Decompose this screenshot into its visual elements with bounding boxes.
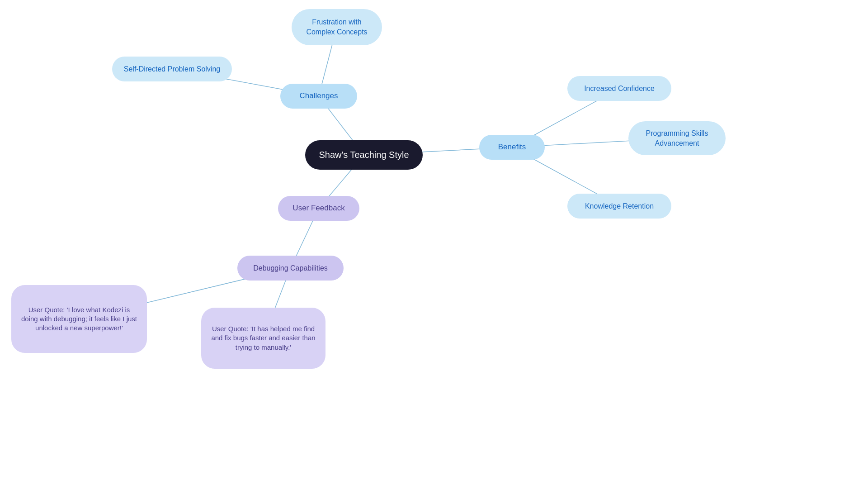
quote2-node[interactable]: User Quote: 'It has helped me find and f… [201, 308, 326, 369]
benefits-node[interactable]: Benefits [479, 135, 545, 160]
user-feedback-node[interactable]: User Feedback [278, 196, 359, 221]
programming-skills-node[interactable]: Programming Skills Advancement [628, 121, 726, 155]
center-node[interactable]: Shaw's Teaching Style [305, 140, 423, 170]
frustration-node[interactable]: Frustration with Complex Concepts [292, 9, 382, 45]
quote1-node[interactable]: User Quote: 'I love what Kodezi is doing… [11, 285, 147, 353]
debugging-capabilities-node[interactable]: Debugging Capabilities [237, 256, 344, 281]
increased-confidence-node[interactable]: Increased Confidence [567, 76, 671, 101]
challenges-node[interactable]: Challenges [280, 84, 357, 109]
self-directed-node[interactable]: Self-Directed Problem Solving [112, 57, 232, 81]
knowledge-retention-node[interactable]: Knowledge Retention [567, 194, 671, 219]
